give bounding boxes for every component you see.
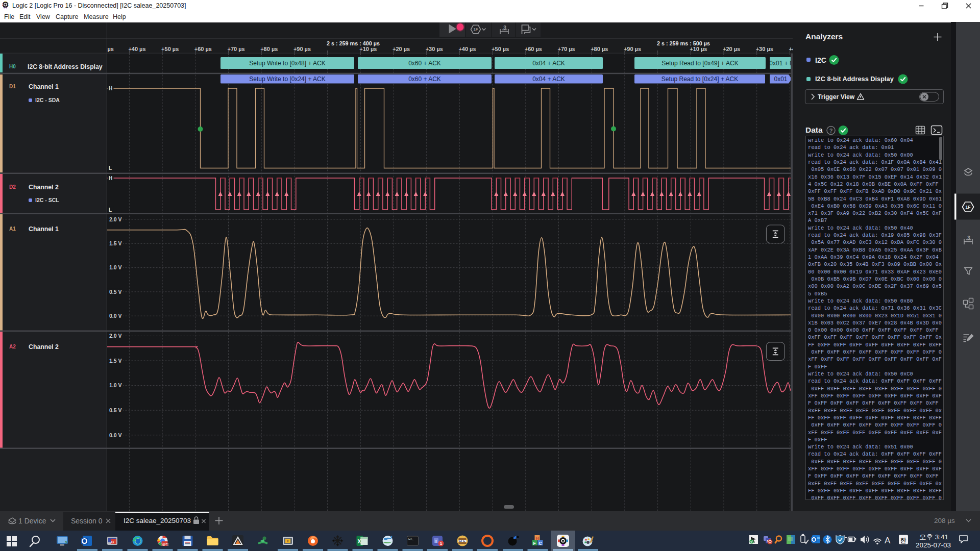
- svg-text:한: 한: [900, 537, 906, 544]
- svg-text:H: H: [536, 536, 539, 541]
- svg-text:X: X: [358, 539, 361, 544]
- svg-text:1: 1: [440, 541, 443, 546]
- svg-text:T: T: [435, 539, 438, 544]
- svg-text:s: s: [65, 540, 67, 544]
- svg-text:C: C: [539, 541, 542, 546]
- svg-text:C:\_: C:\_: [408, 537, 414, 540]
- svg-text:송력: 송력: [162, 542, 169, 546]
- svg-text:B: B: [111, 540, 114, 544]
- svg-text:A: A: [885, 536, 891, 545]
- svg-text:CFG: CFG: [459, 539, 465, 542]
- svg-text:F: F: [533, 541, 536, 546]
- svg-text:T: T: [287, 539, 289, 543]
